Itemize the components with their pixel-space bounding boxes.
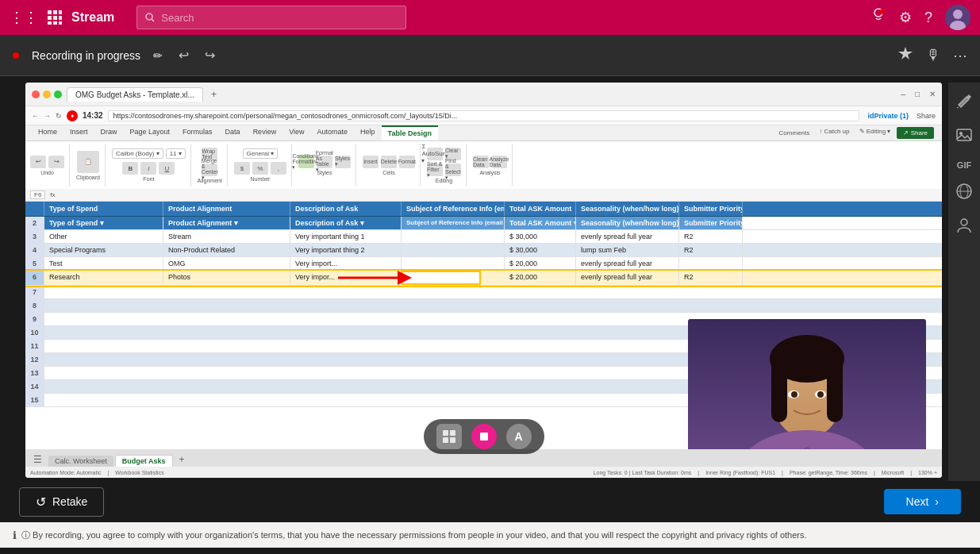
url-display[interactable]: https://contosodrones-my.sharepoint.com/… [108,110,860,121]
analyze-data-icon[interactable]: Analyze Data [491,156,507,168]
microphone-icon[interactable]: 🎙 [926,47,940,63]
waffle-icon[interactable] [48,10,62,25]
layout-grid-button[interactable] [436,424,462,449]
restore-window-icon[interactable]: □ [915,90,920,98]
redo-button[interactable]: ↪ [202,44,218,66]
sort-filter-icon[interactable]: Sort & Filter ▾ [427,164,443,176]
cell-2-priority[interactable]: Submitter Priority ▾ [679,217,743,229]
cell-2-ref[interactable]: Subject of Reference Info (email or othe… [402,217,505,229]
ribbon-tab-formulas[interactable]: Formulas [176,125,219,140]
right-panel-globe-icon[interactable] [955,183,973,204]
font-size-dropdown[interactable]: 11 ▾ [166,148,186,159]
cell-5-season[interactable]: evenly spread full year [576,257,679,270]
cell-3-season[interactable]: evenly spread full year [576,230,679,243]
delete-cells-icon[interactable]: Delete [381,156,397,168]
cell-3-product[interactable]: Stream [163,230,290,243]
cell-6-priority[interactable]: R2 [679,271,743,285]
clean-data-icon[interactable]: Clean Data [473,156,489,168]
cell-4-ref[interactable] [402,244,505,256]
format-as-table-icon[interactable]: Format As Table ▾ [317,156,332,168]
merge-center-icon[interactable]: Merge & Center ▾ [202,164,217,176]
ribbon-tab-draw[interactable]: Draw [94,125,124,140]
sheet-tab-calc[interactable]: Calc. Worksheet [48,456,113,467]
cell-6-product[interactable]: Photos [163,271,290,285]
format-cells-icon[interactable]: Format [399,156,415,168]
ribbon-tab-page-layout[interactable]: Page Layout [124,125,177,140]
cell-6-ref-with-arrow[interactable] [402,271,505,285]
search-input[interactable] [161,12,383,24]
cell-3-amount[interactable]: $ 30,000 [505,230,576,243]
cell-3-type[interactable]: Other [44,230,163,243]
forward-button[interactable]: → [44,112,51,120]
cell-4-amount[interactable]: $ 30,000 [505,244,576,256]
cell-3-ref[interactable] [402,230,505,243]
dollar-icon[interactable]: $ [234,162,250,175]
ribbon-tab-home[interactable]: Home [32,125,63,140]
retake-button[interactable]: ↺ Retake [19,487,104,517]
comma-icon[interactable]: , [271,162,286,175]
text-overlay-button[interactable]: A [506,424,532,449]
cell-2-type[interactable]: Type of Spend ▾ [44,217,163,229]
cell-3-priority[interactable]: R2 [679,230,743,243]
minimize-btn[interactable] [43,90,51,98]
cell-4-product[interactable]: Non-Product Related [163,244,290,256]
undo-button[interactable]: ↩ [175,44,192,66]
bold-icon[interactable]: B [122,162,138,175]
stop-recording-button[interactable] [471,424,497,449]
cell-4-type[interactable]: Special Programs [44,244,163,256]
sheet-tab-budget[interactable]: Budget Asks [115,455,173,467]
back-button[interactable]: ← [32,112,39,120]
grid-icon[interactable]: ⋮⋮ [10,9,38,26]
browser-tab[interactable]: OMG Budget Asks - Template.xl... [67,87,203,102]
ribbon-tab-help[interactable]: Help [354,125,382,140]
cell-styles-icon[interactable]: Styles ▾ [335,156,351,168]
maximize-btn[interactable] [54,90,62,98]
cell-4-season[interactable]: lump sum Feb [576,244,679,256]
cell-4-priority[interactable]: R2 [679,244,743,256]
ribbon-tab-table-design[interactable]: Table Design [382,125,438,140]
add-sheet-button[interactable]: + [175,452,190,467]
cell-6-type[interactable]: Research [44,271,163,285]
insert-cells-icon[interactable]: Insert [363,156,379,168]
nav-left-icon[interactable]: ☰ [29,452,47,467]
number-format-dropdown[interactable]: General ▾ [243,148,279,159]
editing-dropdown[interactable]: ✎ Editing ▾ [855,125,896,140]
cell-2-desc[interactable]: Description of Ask ▾ [290,217,402,229]
cell-2-season[interactable]: Seasonality (when/how long) ▾ [576,217,679,229]
share-button-browser[interactable]: Share [917,112,936,120]
search-bar[interactable] [136,6,406,29]
share-button-excel[interactable]: ↗ Share [897,127,934,139]
ribbon-tab-data[interactable]: Data [219,125,247,140]
cell-reference-box[interactable]: F6 [30,190,45,199]
underline-icon[interactable]: U [159,162,175,175]
user-avatar[interactable] [945,5,970,30]
comments-button[interactable]: Comments [774,125,815,140]
close-btn[interactable] [32,90,40,98]
cell-6-amount[interactable]: $ 20,000 [505,271,576,285]
next-button[interactable]: Next › [884,489,961,514]
percent-icon[interactable]: % [252,162,268,175]
more-options-icon[interactable]: ⋯ [953,47,967,64]
cell-4-desc[interactable]: Very important thing 2 [290,244,402,256]
cell-2-amount[interactable]: Total ASK Amount ▾ [505,217,576,229]
refresh-button[interactable]: ↻ [56,112,62,120]
ribbon-tab-review[interactable]: Review [247,125,283,140]
cell-5-amount[interactable]: $ 20,000 [505,257,576,270]
right-panel-gif-icon[interactable]: GIF [957,160,971,170]
eraser-icon[interactable]: ✏ [150,46,166,65]
catch-up-button[interactable]: ↑ Catch up [814,125,854,140]
cell-5-type[interactable]: Test [44,257,163,270]
paste-icon[interactable]: 📋 [77,151,99,173]
right-panel-pencil-icon[interactable] [955,92,973,113]
settings-icon[interactable]: ⚙ [899,9,912,26]
conditional-format-icon[interactable]: Conditional Formatting ▾ [298,156,314,168]
help-icon[interactable]: ? [924,10,932,26]
font-name-dropdown[interactable]: Calibri (Body) ▾ [112,148,163,159]
redo-ribbon-icon[interactable]: ↪ [48,156,64,168]
ribbon-tab-automate[interactable]: Automate [311,125,355,140]
new-tab-button[interactable]: + [211,89,217,100]
ribbon-tab-view[interactable]: View [282,125,310,140]
insight-icon[interactable] [897,45,913,65]
cell-6-season[interactable]: evenly spread full year [576,271,679,285]
formula-insert-icon[interactable]: fx [50,191,55,198]
